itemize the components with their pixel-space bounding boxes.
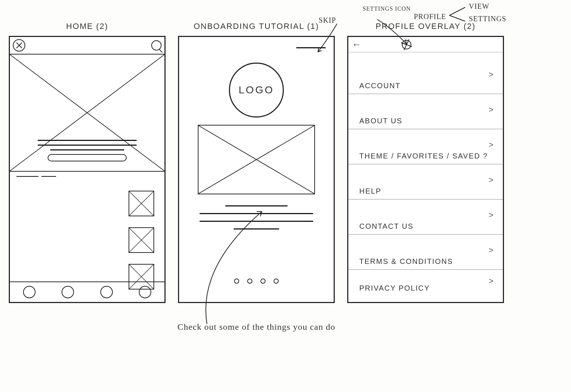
thumbnail-list: [129, 191, 154, 290]
menu-item[interactable]: ACCOUNT>: [348, 59, 503, 94]
text-line: [225, 205, 288, 206]
annotation-view: VIEW: [469, 2, 489, 11]
tab-item[interactable]: [62, 286, 74, 298]
menu-item-label: ACCOUNT: [359, 82, 401, 90]
home-topbar: [10, 37, 164, 55]
tab-item[interactable]: [139, 286, 151, 298]
menu-item-label: THEME / FAVORITES / SAVED ?: [359, 152, 488, 160]
menu-item-label: ABOUT US: [359, 117, 403, 125]
chevron-right-icon: >: [489, 105, 494, 115]
menu-item[interactable]: TERMS & CONDITIONS>: [348, 235, 503, 270]
menu-item-label: PRIVACY POLICY: [359, 284, 430, 292]
menu-item-label: TERMS & CONDITIONS: [359, 257, 453, 266]
section-heading-placeholder: [16, 176, 60, 177]
menu-item[interactable]: THEME / FAVORITES / SAVED ?>: [348, 129, 503, 164]
menu-item[interactable]: ABOUT US>: [348, 94, 503, 129]
annotation-caption: Check out some of the things you can do: [154, 322, 359, 332]
profile-menu: ACCOUNT>ABOUT US>THEME / FAVORITES / SAV…: [348, 59, 503, 296]
cta-button-placeholder[interactable]: [48, 154, 127, 161]
onboarding-image-placeholder: [198, 125, 315, 194]
chevron-right-icon: >: [489, 246, 494, 255]
hero-text-block: [38, 140, 137, 161]
frame-title-home: HOME (2): [10, 22, 164, 31]
chevron-right-icon: >: [489, 210, 494, 220]
chevron-right-icon: >: [489, 140, 494, 150]
close-icon[interactable]: [13, 39, 25, 52]
annotation-settings: SETTINGS: [469, 15, 506, 23]
back-arrow-icon[interactable]: ←: [352, 39, 361, 50]
tab-bar: [10, 281, 164, 302]
logo-text: LOGO: [239, 84, 274, 96]
text-line: [38, 140, 137, 141]
menu-item[interactable]: PRIVACY POLICY>: [348, 270, 503, 296]
tab-item[interactable]: [23, 286, 36, 298]
frame-home: HOME (2): [9, 36, 166, 303]
menu-item-label: HELP: [359, 187, 381, 195]
chevron-right-icon: >: [489, 175, 494, 185]
menu-item[interactable]: HELP>: [348, 164, 503, 199]
text-line: [38, 145, 137, 146]
thumbnail-item[interactable]: [129, 227, 154, 253]
menu-item[interactable]: CONTACT US>: [348, 199, 503, 235]
tab-item[interactable]: [100, 286, 113, 298]
thumbnail-item[interactable]: [129, 191, 154, 216]
annotation-profile: PROFILE: [414, 12, 446, 21]
frame-profile: PROFILE OVERLAY (2) ← ACCOUNT>ABOUT US>T…: [347, 36, 504, 303]
hero-image-placeholder: [10, 55, 164, 172]
menu-item-label: CONTACT US: [359, 222, 414, 231]
logo-placeholder: LOGO: [229, 63, 284, 117]
chevron-right-icon: >: [489, 70, 494, 79]
chevron-right-icon: >: [489, 276, 494, 286]
annotation-settings-icon: SETTINGS ICON: [363, 6, 411, 12]
frame-title-onboarding: ONBOARDING TUTORIAL (1): [179, 22, 334, 31]
text-line: [50, 149, 125, 150]
search-icon[interactable]: [151, 40, 162, 51]
